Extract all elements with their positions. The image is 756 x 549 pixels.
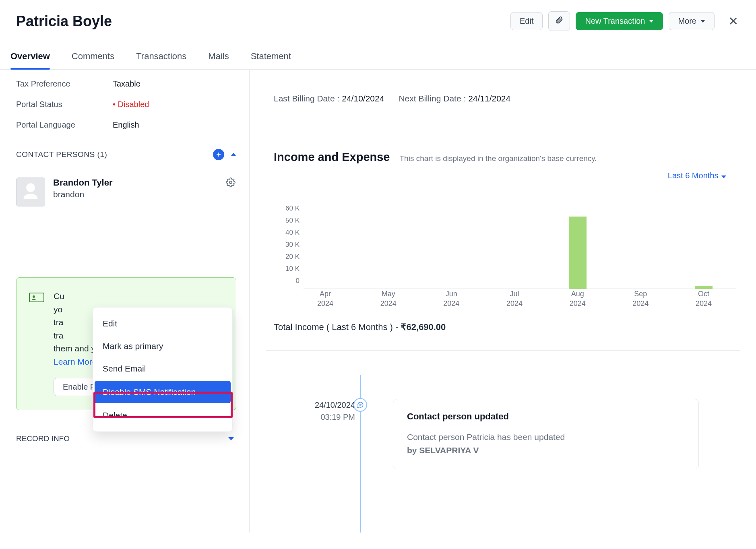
contact-settings-button[interactable] [226, 177, 235, 189]
dropdown-send-email[interactable]: Send Email [93, 357, 232, 380]
chevron-down-icon [721, 175, 726, 178]
svg-rect-1 [29, 293, 44, 302]
timeline-by-label: by [407, 446, 419, 455]
promo-line3: tra [54, 318, 64, 327]
contact-persons-header: CONTACT PERSONS (1) + [16, 149, 236, 166]
next-billing-label: Next Billing Date : [399, 94, 468, 103]
contact-persons-title: CONTACT PERSONS (1) [16, 150, 107, 159]
portal-status-label: Portal Status [16, 100, 113, 109]
portal-language-value: English [113, 120, 139, 130]
tab-mails[interactable]: Mails [208, 51, 229, 69]
record-info-section[interactable]: RECORD INFO [16, 434, 236, 443]
tab-overview[interactable]: Overview [10, 51, 50, 69]
chart-xlabel: Jun2024 [433, 289, 469, 308]
tab-statement[interactable]: Statement [251, 51, 291, 69]
new-transaction-label: New Transaction [585, 17, 645, 26]
dropdown-delete[interactable]: Delete [93, 404, 232, 427]
avatar [16, 177, 45, 206]
chart-ytick: 50 K [277, 217, 300, 225]
more-label: More [678, 17, 696, 26]
chart-ytick: 10 K [277, 265, 300, 273]
tax-preference-label: Tax Preference [16, 79, 113, 89]
promo-line2: yo [54, 305, 62, 314]
chart-xlabel: May2024 [370, 289, 407, 308]
chart-ytick: 0 [277, 277, 300, 285]
next-billing-value: 24/11/2024 [468, 94, 510, 103]
edit-button[interactable]: Edit [510, 12, 543, 30]
chart-xlabel: Jul2024 [496, 289, 533, 308]
tab-comments[interactable]: Comments [72, 51, 114, 69]
last-billing-value: 24/10/2024 [342, 94, 384, 103]
timeline-event-body: Contact person Patricia has been updated [407, 432, 565, 442]
chevron-down-icon [228, 437, 234, 440]
chart-title: Income and Expense [274, 151, 390, 164]
header-actions: Edit New Transaction More ✕ [510, 11, 740, 31]
collapse-contact-persons-button[interactable] [231, 153, 236, 156]
chart-ytick: 30 K [277, 241, 300, 249]
tabs: Overview Comments Transactions Mails Sta… [0, 31, 756, 70]
income-expense-chart: 010 K20 K30 K40 K50 K60 KApr2024May2024J… [277, 192, 736, 289]
total-income-label: Total Income ( Last 6 Months ) - [274, 322, 401, 332]
timeline-date-value: 24/10/2024 [315, 400, 355, 409]
activity-timeline: 24/10/2024 03:19 PM Contact person updat… [266, 399, 740, 469]
chart-xlabel: Apr2024 [307, 289, 343, 308]
contact-person-email: brandon [53, 190, 113, 199]
more-button[interactable]: More [669, 12, 715, 30]
chart-ytick: 20 K [277, 253, 300, 261]
tax-preference-value: Taxable [113, 79, 140, 89]
dropdown-mark-primary[interactable]: Mark as primary [93, 335, 232, 357]
tab-transactions[interactable]: Transactions [136, 51, 186, 69]
timeline-card: Contact person updated Contact person Pa… [393, 399, 699, 469]
chevron-down-icon [700, 20, 705, 23]
portal-card-icon [29, 291, 45, 368]
last-billing-label: Last Billing Date : [274, 94, 342, 103]
chevron-down-icon [649, 20, 654, 23]
chart-range-picker[interactable]: Last 6 Months [266, 164, 740, 180]
paperclip-icon [555, 16, 563, 27]
timeline-time-value: 03:19 PM [320, 413, 355, 421]
svg-point-0 [229, 181, 232, 184]
promo-line4: tra [54, 331, 64, 340]
timeline-date: 24/10/2024 03:19 PM [315, 399, 355, 423]
promo-line1: Cu [54, 291, 64, 301]
svg-point-2 [33, 295, 35, 298]
new-transaction-button[interactable]: New Transaction [576, 12, 663, 30]
timeline-marker-icon [353, 398, 367, 412]
contact-actions-dropdown: Edit Mark as primary Send Email Disable … [93, 307, 233, 432]
billing-row: Last Billing Date : 24/10/2024 Next Bill… [266, 70, 740, 123]
chart-xlabel: Sep2024 [622, 289, 659, 308]
close-button[interactable]: ✕ [727, 14, 740, 28]
contact-person-name: Brandon Tyler [53, 177, 113, 188]
total-income-value: ₹62,690.00 [401, 322, 446, 332]
record-info-label: RECORD INFO [16, 434, 70, 443]
chart-bar [569, 217, 587, 289]
chart-ytick: 40 K [277, 229, 300, 237]
page-title: Patricia Boyle [16, 13, 112, 30]
chart-range-label: Last 6 Months [668, 171, 721, 180]
chart-xlabel: Oct2024 [686, 289, 722, 308]
contact-person-card: Brandon Tyler brandon [16, 166, 236, 206]
chart-xlabel: Aug2024 [560, 289, 596, 308]
portal-status-value: Disabled [113, 100, 149, 109]
add-contact-button[interactable]: + [213, 149, 224, 160]
timeline-event-title: Contact person updated [407, 411, 685, 422]
chart-note: This chart is displayed in the organizat… [400, 154, 597, 163]
chart-bar [695, 286, 713, 289]
chart-ytick: 60 K [277, 204, 300, 213]
timeline-by-name: SELVAPRIYA V [419, 446, 479, 455]
learn-more-link[interactable]: Learn More [54, 357, 97, 366]
portal-language-label: Portal Language [16, 120, 113, 130]
dropdown-disable-sms[interactable]: Disable SMS Notification [95, 381, 231, 403]
dropdown-edit[interactable]: Edit [93, 312, 232, 335]
attachment-button[interactable] [548, 11, 570, 31]
